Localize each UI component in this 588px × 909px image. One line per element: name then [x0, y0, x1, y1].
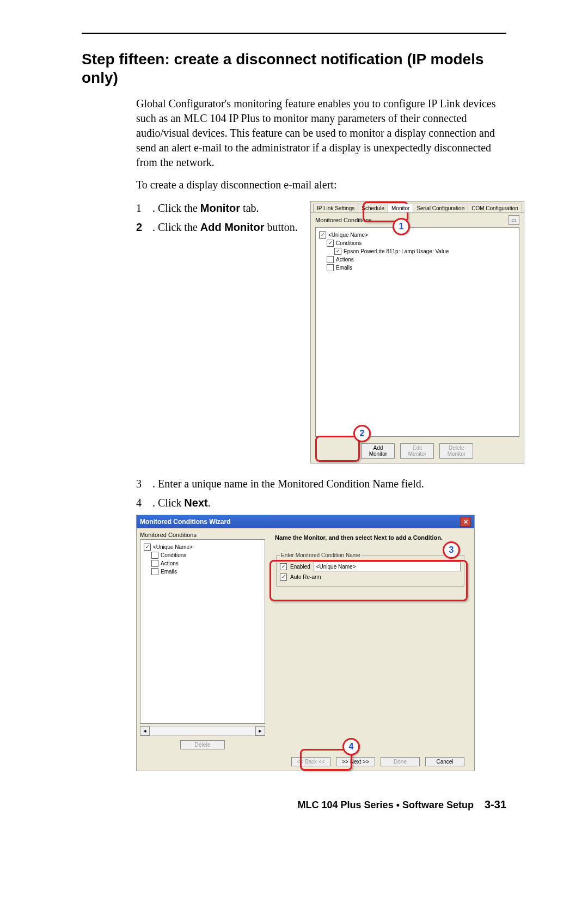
tab-bar: IP Link Settings Schedule Monitor Serial… — [311, 202, 524, 213]
step-1-number: 1 — [136, 201, 148, 216]
monitor-button-row: Add Monitor Edit Monitor Delete Monitor — [311, 439, 524, 463]
edit-monitor-button: Edit Monitor — [400, 443, 434, 459]
intro-paragraph-1: Global Configurator's monitoring feature… — [136, 96, 506, 170]
step-2-text-c: button. — [265, 221, 298, 233]
condition-name-input[interactable]: <Unique Name> — [314, 562, 461, 571]
checkbox-icon[interactable] — [151, 560, 158, 567]
wiz-tree-conditions: Conditions — [161, 551, 186, 559]
screenshot-wizard: Monitored Conditions Wizard ✕ Monitored … — [136, 515, 475, 771]
wiz-tree-actions: Actions — [161, 559, 179, 568]
scroll-left-icon[interactable]: ◄ — [140, 726, 150, 736]
wizard-button-row: << Back << >> Next >> Done Cancel 4 — [137, 753, 474, 771]
checkbox-icon[interactable] — [319, 231, 326, 239]
step-3-text: . Enter a unique name in the Monitored C… — [152, 477, 424, 491]
tab-monitor[interactable]: Monitor — [388, 204, 413, 212]
step-4: 4 . Click Next. — [136, 496, 506, 510]
wizard-delete-button: Delete — [180, 740, 225, 749]
step-1: 1 . Click the Monitor tab. — [136, 201, 299, 216]
top-rule — [82, 33, 506, 34]
step-2-text-a: . Click the — [152, 221, 200, 233]
step-heading: Step fifteen: create a disconnect notifi… — [82, 50, 506, 87]
monitored-conditions-label: Monitored Conditions — [315, 217, 372, 223]
wizard-left-label: Monitored Conditions — [140, 532, 265, 538]
tab-schedule[interactable]: Schedule — [358, 204, 388, 212]
page-footer: MLC 104 Plus Series • Software Setup 3-3… — [82, 798, 506, 811]
tree-unique-name: <Unique Name> — [328, 231, 368, 239]
step-3: 3 . Enter a unique name in the Monitored… — [136, 477, 506, 491]
step-4-bold: Next — [184, 497, 207, 509]
done-button: Done — [381, 757, 420, 766]
intro-paragraph-2: To create a display disconnection e-mail… — [136, 178, 506, 192]
horizontal-scrollbar[interactable]: ◄ ► — [140, 726, 265, 736]
checkbox-icon[interactable] — [327, 264, 334, 271]
checkbox-icon[interactable] — [327, 256, 334, 263]
tree-emails: Emails — [336, 264, 352, 272]
footer-title: MLC 104 Plus Series • Software Setup — [298, 800, 474, 811]
enabled-checkbox[interactable] — [280, 563, 287, 570]
add-monitor-button[interactable]: Add Monitor — [361, 443, 395, 459]
delete-monitor-button: Delete Monitor — [439, 443, 473, 459]
panel-toggle-button[interactable]: ▭ — [509, 215, 519, 225]
checkbox-icon[interactable] — [144, 544, 151, 551]
scroll-track[interactable] — [150, 726, 255, 736]
footer-page-number: 3-31 — [485, 798, 506, 811]
cancel-button[interactable]: Cancel — [425, 757, 464, 766]
step-2: 2 . Click the Add Monitor button. — [136, 220, 299, 235]
step-1-text-c: tab. — [240, 202, 259, 214]
tree-condition-item: Epson PowerLite 811p: Lamp Usage: Value — [344, 247, 449, 255]
manual-page: Step fifteen: create a disconnect notifi… — [0, 0, 588, 833]
wiz-tree-unique-name: <Unique Name> — [153, 543, 193, 551]
back-button: << Back << — [291, 757, 330, 766]
step-4-text-a: . Click — [152, 497, 184, 509]
name-fieldset: Enter Monitored Condition Name Enabled <… — [276, 552, 464, 587]
step-2-number: 2 — [136, 220, 148, 235]
checkbox-icon[interactable] — [151, 552, 158, 559]
enabled-label: Enabled — [290, 564, 310, 570]
scroll-right-icon[interactable]: ► — [255, 726, 265, 736]
wizard-title: Monitored Conditions Wizard — [140, 518, 231, 526]
autorearm-label: Auto Re-arm — [290, 574, 321, 580]
tree-conditions: Conditions — [336, 239, 362, 247]
step-3-number: 3 — [136, 477, 148, 491]
checkbox-icon[interactable] — [327, 240, 334, 247]
wizard-tree[interactable]: <Unique Name> Conditions Actions Emails — [140, 539, 265, 724]
steps-3-4: 3 . Enter a unique name in the Monitored… — [136, 477, 506, 510]
tab-serial-configuration[interactable]: Serial Configuration — [413, 204, 468, 212]
autorearm-checkbox[interactable] — [280, 574, 287, 581]
checkbox-icon[interactable] — [151, 568, 158, 575]
step-1-bold: Monitor — [200, 202, 240, 214]
checkbox-icon[interactable] — [334, 248, 341, 255]
step-1-text-a: . Click the — [152, 202, 200, 214]
callout-badge-4: 4 — [342, 738, 360, 755]
tab-ip-link-settings[interactable]: IP Link Settings — [313, 204, 358, 212]
wizard-titlebar: Monitored Conditions Wizard ✕ — [137, 515, 474, 528]
tab-com-configuration[interactable]: COM Configuration — [468, 204, 522, 212]
step-4-text-c: . — [208, 497, 211, 509]
wiz-tree-emails: Emails — [161, 568, 177, 576]
wizard-instruction: Name the Monitor, and then select Next t… — [275, 534, 465, 541]
next-button[interactable]: >> Next >> — [336, 757, 375, 766]
callout-badge-3: 3 — [443, 541, 460, 559]
step-4-number: 4 — [136, 496, 148, 510]
callout-badge-2: 2 — [353, 425, 371, 442]
tree-actions: Actions — [336, 255, 354, 264]
intro-block: Global Configurator's monitoring feature… — [136, 96, 506, 192]
conditions-tree[interactable]: <Unique Name> Conditions Epson PowerLite… — [315, 227, 519, 437]
screenshot-monitor-tab: IP Link Settings Schedule Monitor Serial… — [310, 201, 524, 463]
steps-1-2: 1 . Click the Monitor tab. 2 . Click the… — [136, 201, 299, 463]
fieldset-legend: Enter Monitored Condition Name — [280, 552, 362, 558]
callout-badge-1: 1 — [393, 218, 410, 235]
close-icon[interactable]: ✕ — [460, 517, 471, 527]
step-2-bold: Add Monitor — [200, 221, 265, 233]
